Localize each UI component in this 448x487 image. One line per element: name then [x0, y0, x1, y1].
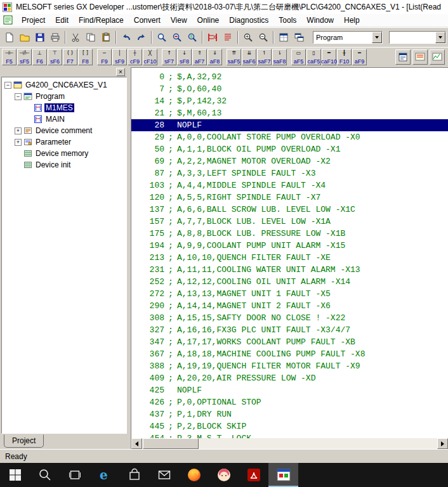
list-row[interactable]: 7;$,O,60,40	[131, 83, 448, 95]
fkey-sf6-button[interactable]: ⊤sF6	[48, 49, 62, 65]
mail-taskbar-button[interactable]	[149, 463, 179, 487]
menu-convert[interactable]: Convert	[129, 14, 166, 27]
save-button[interactable]	[32, 30, 48, 45]
tree-item-m1mes[interactable]: M1MES	[2, 102, 126, 114]
list-row[interactable]: 50;A,1,1,BLOCK OIL PUMP OVERLOAD -X1	[131, 143, 448, 155]
menu-online[interactable]: Online	[192, 14, 225, 27]
menu-diagnostics[interactable]: Diagnostics	[224, 14, 273, 27]
fkey-sf9-button[interactable]: │sF9	[112, 49, 127, 65]
project-tab[interactable]: Project	[4, 434, 44, 448]
menu-help[interactable]: Help	[339, 14, 365, 27]
fkey-af8-button[interactable]: ⇓aF8	[208, 49, 222, 65]
zoom-in-button[interactable]	[240, 30, 256, 45]
list-view-button[interactable]	[220, 30, 235, 45]
fkey-sf7-button[interactable]: ↑sF7	[162, 49, 176, 65]
list-row[interactable]: 29;A,0,0,COOLANT STORE PUMP OVERLOAD -X0	[131, 131, 448, 143]
list-row[interactable]: 175;A,8,8,BLOCK LUB. PRESSURE LOW -X1B	[131, 228, 448, 240]
collapse-icon[interactable]: −	[4, 82, 11, 89]
fkey-caf5-button[interactable]: ▯caF5	[306, 49, 321, 65]
menu-project[interactable]: Project	[16, 14, 50, 27]
cascade-windows-button[interactable]	[291, 30, 306, 45]
find-contact-button[interactable]	[154, 30, 169, 45]
acrobat-taskbar-button[interactable]	[239, 463, 268, 487]
fkey-cf9-button[interactable]: ┼cF9	[128, 49, 142, 65]
list-row[interactable]: 388;A,19,19,QUENCH FILTER MOTOR FAULT -X…	[131, 360, 448, 372]
list-row[interactable]: 426;P,0,OPTIONAL STOP	[131, 396, 448, 408]
trace-button[interactable]	[430, 49, 445, 65]
fkey-af9-button[interactable]: ━aF9	[352, 49, 367, 65]
fkey-cf10-button[interactable]: ╳cF10	[143, 49, 157, 65]
fkey-f8-button[interactable]: [ ]F8	[78, 49, 93, 65]
list-row[interactable]: 14;$,P,142,32	[131, 95, 448, 107]
list-row[interactable]: 252;A,12,12,COOLING OIL UNIT ALARM -X14	[131, 276, 448, 288]
project-data-list-button[interactable]	[276, 30, 291, 45]
list-row[interactable]: 347;A,17,17,WORKS COOLANT PUMP FAULT -XB	[131, 336, 448, 348]
list-row[interactable]: 425NOPLF	[131, 384, 448, 396]
cut-button[interactable]	[68, 30, 83, 45]
list-row[interactable]: 21;$,M,60,13	[131, 107, 448, 119]
menu-window[interactable]: Window	[301, 14, 339, 27]
list-row[interactable]: 120;A,5,5,RIGHT SPINDLE FAULT -X7	[131, 192, 448, 204]
ladder-test-button[interactable]	[412, 49, 428, 65]
tree-item-device-init[interactable]: Device init	[2, 159, 126, 171]
print-button[interactable]	[48, 30, 63, 45]
menu-tools[interactable]: Tools	[273, 14, 301, 27]
horizontal-scrollbar[interactable]	[131, 438, 448, 449]
redo-button[interactable]	[134, 30, 149, 45]
program-monitor-button[interactable]	[395, 49, 411, 65]
find-instruction-button[interactable]	[185, 30, 200, 45]
expand-icon[interactable]: +	[15, 127, 22, 134]
start-taskbar-button[interactable]	[0, 463, 30, 487]
list-row[interactable]: 290;A,14,14,MAGNET UNIT 2 FAULT -X6	[131, 300, 448, 312]
ladder-view-button[interactable]	[205, 30, 220, 45]
paste-button[interactable]	[98, 30, 114, 45]
edge-taskbar-button[interactable]: e	[89, 463, 119, 487]
fkey-af7-button[interactable]: ⇑aF7	[192, 49, 207, 65]
list-row[interactable]: 137;A,6,6,BALL SCROW LUB. LEVEL LOW -X1C	[131, 204, 448, 216]
list-row[interactable]: 367;A,18,18,MACHINE COOLING PUMP FAULT -…	[131, 348, 448, 360]
scroll-right-button[interactable]	[437, 438, 448, 449]
fkey-sf5-button[interactable]: ⊣/⊢sF5	[17, 49, 32, 65]
panel-close-button[interactable]: ×	[116, 68, 125, 76]
find-device-button[interactable]	[169, 30, 185, 45]
fkey-saf8-button[interactable]: ⇂saF8	[272, 49, 287, 65]
fkey-saf6-button[interactable]: ⇊saF6	[242, 49, 256, 65]
fkey-sf8-button[interactable]: ↓sF8	[177, 49, 192, 65]
program-type-combo[interactable]: Program	[313, 31, 383, 44]
new-button[interactable]	[2, 30, 17, 45]
program-type-dropdown-button[interactable]	[372, 32, 382, 43]
list-row[interactable]: 0;$,A,32,92	[131, 71, 448, 83]
collapse-icon[interactable]: −	[15, 93, 22, 100]
search-taskbar-button[interactable]	[30, 463, 60, 487]
secondary-combo-dropdown-button[interactable]	[435, 32, 445, 43]
fkey-f7-button[interactable]: ( )F7	[63, 49, 77, 65]
list-row[interactable]: 231;A,11,11,COOLING WATER UNIT ALARM -X1…	[131, 264, 448, 276]
list-row[interactable]: 194;A,9,9,COOLANT PUMP UNIT ALARM -X15	[131, 240, 448, 252]
fkey-saf7-button[interactable]: ↿saF7	[257, 49, 272, 65]
list-row[interactable]: 454;P,3,M.S.T. LOCK	[131, 432, 448, 438]
menu-view[interactable]: View	[166, 14, 192, 27]
avatar-taskbar-button[interactable]	[209, 463, 239, 487]
tree-item-g4200-cnc6axes-v1[interactable]: −G4200_CNC6AXES_V1	[2, 79, 126, 91]
tree-item-parameter[interactable]: +Parameter	[2, 136, 126, 148]
scroll-thumb[interactable]	[143, 438, 199, 449]
list-row[interactable]: 437;P,1,DRY RUN	[131, 408, 448, 420]
fkey-f10-button[interactable]: ╂F10	[337, 49, 352, 65]
copy-button[interactable]	[83, 30, 98, 45]
firefox-taskbar-button[interactable]	[179, 463, 209, 487]
tree-item-main[interactable]: MAIN	[2, 114, 126, 125]
open-button[interactable]	[17, 30, 32, 45]
gx-developer-taskbar-button[interactable]	[268, 463, 298, 487]
list-row[interactable]: 103;A,4,4,MIDDLE SPINDLE FAULT -X4	[131, 179, 448, 192]
tree-item-device-memory[interactable]: Device memory	[2, 148, 126, 159]
list-row[interactable]: 327;A,16,16,FX3G PLC UNIT FAULT -X3/4/7	[131, 324, 448, 336]
fkey-f5-button[interactable]: ⊣⊢F5	[2, 49, 16, 65]
zoom-out-button[interactable]	[256, 30, 271, 45]
expand-icon[interactable]: +	[15, 139, 22, 146]
fkey-f6-button[interactable]: ⊥F6	[32, 49, 47, 65]
list-row[interactable]: 28NOPLF	[131, 119, 448, 131]
mdi-child-icon[interactable]	[3, 15, 13, 25]
menu-edit[interactable]: Edit	[50, 14, 74, 27]
list-row[interactable]: 272;A,13,13,MAGNET UNIT 1 FAULT -X5	[131, 288, 448, 300]
tree-item-program[interactable]: −Program	[2, 91, 126, 102]
